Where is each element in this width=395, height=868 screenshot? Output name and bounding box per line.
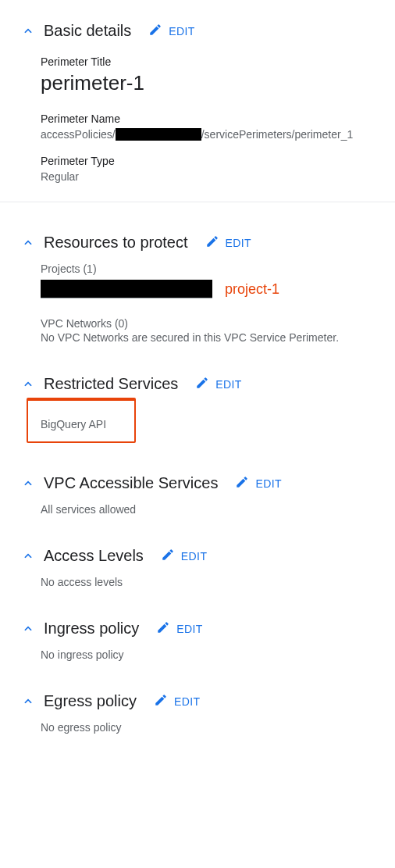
edit-button[interactable]: EDIT [148,23,195,39]
pencil-icon [154,693,168,709]
pencil-icon [205,234,219,251]
section-header: Restricted Services EDIT [22,375,395,393]
edit-label: EDIT [226,237,252,249]
vpc-empty-msg: No VPC Networks are secured in this VPC … [41,331,395,344]
access-levels-msg: No access levels [41,576,395,588]
section-header: Ingress policy EDIT [22,620,395,638]
edit-label: EDIT [176,623,203,635]
section-basic-details: Basic details EDIT Perimeter Title perim… [22,22,395,183]
section-title: Resources to protect [44,234,188,252]
section-body: All services allowed [41,503,395,516]
egress-msg: No egress policy [41,721,395,734]
pencil-icon [156,620,170,637]
section-resources: Resources to protect EDIT Projects (1) p… [22,234,395,344]
edit-button[interactable]: EDIT [195,376,242,392]
project-row: project-1 [41,280,395,298]
pencil-icon [148,23,162,39]
edit-button[interactable]: EDIT [235,475,282,491]
perimeter-title-value: perimeter-1 [41,71,395,95]
project-display-name: project-1 [225,281,279,298]
projects-count-label: Projects (1) [41,263,395,275]
section-title: Access Levels [44,547,144,565]
chevron-up-icon[interactable] [22,237,34,249]
section-ingress-policy: Ingress policy EDIT No ingress policy [22,620,395,661]
section-title: Restricted Services [44,375,178,393]
section-header: VPC Accessible Services EDIT [22,474,395,492]
chevron-up-icon[interactable] [22,695,34,708]
redacted-block [116,128,201,141]
divider [0,202,395,202]
section-body: Perimeter Title perimeter-1 Perimeter Na… [41,55,395,183]
edit-button[interactable]: EDIT [154,693,201,709]
name-suffix: /servicePerimeters/perimeter_1 [201,128,354,141]
perimeter-title-label: Perimeter Title [41,55,395,68]
edit-button[interactable]: EDIT [205,234,252,251]
perimeter-type-label: Perimeter Type [41,155,395,167]
section-egress-policy: Egress policy EDIT No egress policy [22,692,395,734]
vpc-accessible-msg: All services allowed [41,503,395,516]
chevron-up-icon[interactable] [22,25,34,38]
chevron-up-icon[interactable] [22,477,34,490]
section-header: Access Levels EDIT [22,547,395,565]
edit-label: EDIT [181,550,208,563]
edit-label: EDIT [174,695,201,708]
section-title: Ingress policy [44,620,139,638]
pencil-icon [235,475,249,491]
vpc-count-label: VPC Networks (0) [41,317,395,330]
chevron-up-icon[interactable] [22,550,34,563]
ingress-msg: No ingress policy [41,648,395,661]
edit-label: EDIT [215,378,242,391]
edit-label: EDIT [255,477,282,490]
section-body: Projects (1) project-1 VPC Networks (0) … [41,263,395,344]
section-body: No access levels [41,576,395,588]
perimeter-name-value: accessPolicies//servicePerimeters/perime… [41,128,395,141]
perimeter-name-label: Perimeter Name [41,113,395,125]
section-header: Egress policy EDIT [22,692,395,710]
pencil-icon [161,548,175,564]
chevron-up-icon[interactable] [22,623,34,635]
edit-button[interactable]: EDIT [161,548,208,564]
perimeter-type-value: Regular [41,170,395,183]
restricted-service-item: BigQuery API [41,418,122,430]
section-header: Resources to protect EDIT [22,234,395,252]
section-body: No ingress policy [41,648,395,661]
redacted-project-id [41,280,212,298]
section-body: No egress policy [41,721,395,734]
section-header: Basic details EDIT [22,22,395,40]
pencil-icon [195,376,209,392]
chevron-up-icon[interactable] [22,378,34,391]
section-vpc-accessible: VPC Accessible Services EDIT All service… [22,474,395,516]
section-restricted-services: Restricted Services EDIT BigQuery API [22,375,395,443]
section-access-levels: Access Levels EDIT No access levels [22,547,395,588]
section-title: VPC Accessible Services [44,474,218,492]
highlight-box: BigQuery API [27,398,136,443]
edit-label: EDIT [169,25,195,38]
section-title: Basic details [44,22,131,40]
section-title: Egress policy [44,692,137,710]
name-prefix: accessPolicies/ [41,128,116,141]
edit-button[interactable]: EDIT [156,620,203,637]
